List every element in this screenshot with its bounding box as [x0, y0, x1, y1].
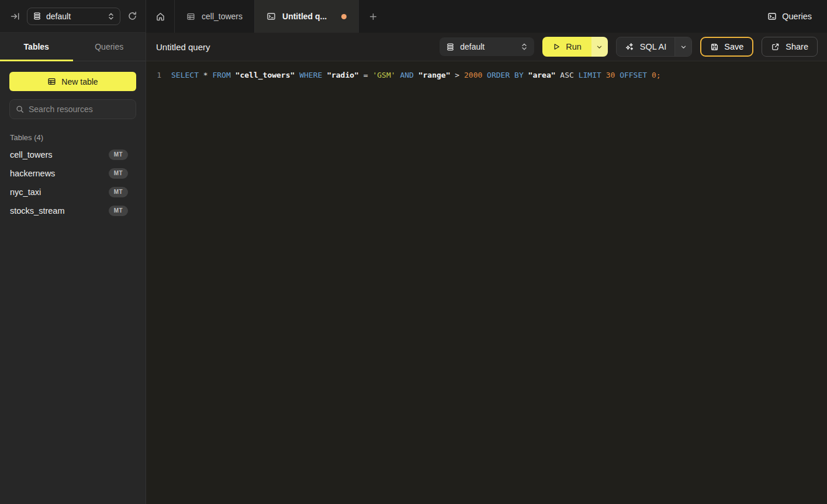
run-options-button[interactable] [591, 37, 608, 57]
database-selector[interactable]: default [27, 8, 120, 25]
plus-icon [369, 12, 378, 21]
run-split-button: Run [542, 37, 608, 57]
sql-ai-split-button: SQL AI [616, 37, 692, 57]
sql-token: "radio" [322, 71, 359, 79]
collapse-sidebar-icon [11, 12, 20, 21]
sql-token: 2000 [459, 71, 482, 79]
tab-home[interactable] [146, 0, 175, 33]
sidebar-tab-label: Queries [95, 42, 123, 51]
sql-token: FROM [208, 71, 231, 79]
sql-token: ORDER [482, 71, 510, 79]
sidebar-tab-label: Tables [24, 42, 49, 51]
query-database-selector[interactable]: default [440, 37, 534, 56]
sql-ai-label: SQL AI [640, 42, 666, 51]
main-panel: Untitled query default [146, 33, 827, 504]
sql-ai-button[interactable]: SQL AI [617, 37, 674, 56]
tab-label: cell_towers [202, 12, 243, 21]
table-list: cell_towers MT hackernews MT nyc_taxi MT… [0, 145, 146, 220]
table-row[interactable]: stocks_stream MT [0, 201, 146, 220]
home-icon [155, 12, 165, 22]
run-button[interactable]: Run [542, 37, 591, 57]
query-database-value: default [460, 42, 485, 51]
sql-token: * [199, 71, 208, 79]
sql-token: 'GSM' [368, 71, 396, 79]
play-icon [552, 43, 560, 51]
tab-label: Untitled q... [282, 12, 327, 21]
table-row[interactable]: cell_towers MT [0, 145, 146, 164]
table-row[interactable]: hackernews MT [0, 164, 146, 183]
sidebar-tab-bar: Tables Queries [0, 33, 146, 61]
sql-token: "area" [524, 71, 556, 79]
sql-token: LIMIT [574, 71, 601, 79]
sql-token: WHERE [295, 71, 322, 79]
sql-line-code: SELECT * FROM "cell_towers" WHERE "radio… [171, 69, 661, 81]
updown-chevron-icon [108, 12, 115, 20]
sql-token: 0; [647, 71, 660, 79]
database-selector-value: default [46, 12, 71, 21]
header-spacer [387, 0, 767, 33]
save-icon [710, 43, 719, 51]
sql-token: BY [510, 71, 523, 79]
sql-token: SELECT [171, 71, 199, 79]
run-label: Run [566, 42, 582, 51]
search-icon [16, 105, 24, 113]
table-name: hackernews [10, 169, 55, 178]
sql-token: > [451, 71, 460, 79]
sql-editor[interactable]: 1 SELECT * FROM "cell_towers" WHERE "rad… [146, 61, 827, 504]
sql-token: "cell_towers" [231, 71, 295, 79]
refresh-icon [127, 11, 137, 21]
table-engine-badge: MT [109, 187, 128, 197]
database-icon [446, 43, 455, 51]
share-button[interactable]: Share [762, 37, 818, 57]
database-icon [33, 12, 41, 20]
sql-token: 30 [601, 71, 615, 79]
chevron-down-icon [596, 44, 603, 50]
table-engine-badge: MT [109, 150, 128, 160]
table-name: cell_towers [10, 150, 53, 159]
new-table-button[interactable]: New table [9, 72, 136, 91]
sidebar-tab-queries[interactable]: Queries [73, 33, 146, 61]
table-row[interactable]: nyc_taxi MT [0, 183, 146, 201]
table-engine-badge: MT [109, 206, 128, 216]
table-name: nyc_taxi [10, 187, 41, 197]
tables-section-title: Tables (4) [10, 133, 136, 142]
sql-ai-options-button[interactable] [674, 37, 691, 56]
refresh-button[interactable] [127, 11, 137, 21]
code-line: 1 SELECT * FROM "cell_towers" WHERE "rad… [146, 69, 827, 81]
unsaved-changes-dot [341, 14, 347, 19]
sparkles-icon [625, 42, 634, 51]
sidebar-header: default [0, 0, 146, 33]
tab-bar: cell_towers Untitled q... [146, 0, 387, 33]
query-toolbar: Untitled query default [146, 33, 827, 61]
sidebar-tab-tables[interactable]: Tables [0, 33, 73, 61]
sidebar: Tables Queries New table [0, 33, 146, 504]
table-name: stocks_stream [10, 206, 64, 215]
collapse-sidebar-button[interactable] [11, 12, 20, 21]
share-icon [771, 43, 780, 51]
tab-untitled-query[interactable]: Untitled q... [255, 0, 359, 33]
table-icon [186, 12, 195, 21]
workspace: Tables Queries New table [0, 33, 827, 504]
search-box [9, 99, 136, 119]
updown-chevron-icon [521, 43, 528, 51]
query-icon [267, 12, 276, 21]
table-engine-badge: MT [109, 168, 128, 179]
save-label: Save [724, 42, 743, 51]
search-input[interactable] [29, 105, 134, 114]
tab-cell-towers[interactable]: cell_towers [175, 0, 255, 33]
top-header: default [0, 0, 827, 33]
sql-token: "range" [414, 71, 451, 79]
query-icon [767, 12, 777, 21]
query-title: Untitled query [156, 42, 210, 52]
new-tab-button[interactable] [359, 0, 387, 33]
sql-token: AND [396, 71, 414, 79]
new-table-label: New table [61, 77, 98, 86]
sql-token: OFFSET [615, 71, 647, 79]
table-icon [47, 77, 56, 86]
sql-token: ASC [556, 71, 574, 79]
queries-panel-label: Queries [782, 12, 812, 21]
sql-token: = [359, 71, 368, 79]
save-button[interactable]: Save [700, 37, 753, 57]
queries-panel-button[interactable]: Queries [767, 0, 812, 33]
toolbar-actions: default Run [440, 37, 818, 57]
